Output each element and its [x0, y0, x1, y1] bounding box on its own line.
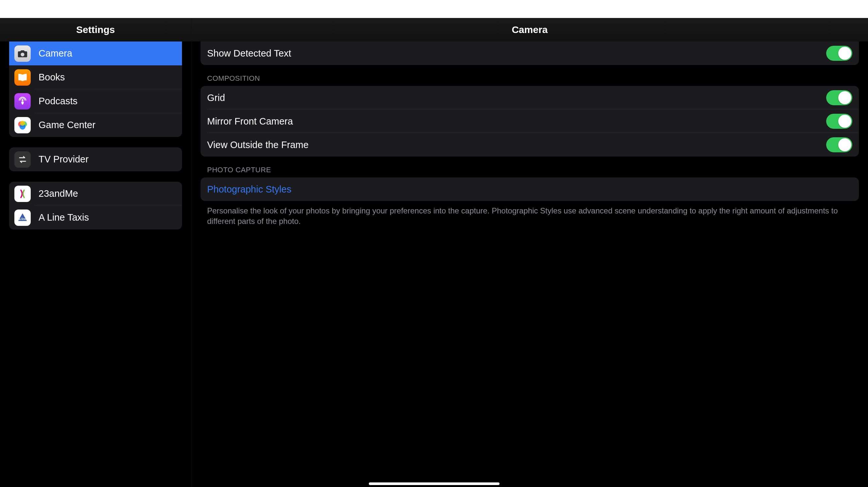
- detail-content: Show Detected Text COMPOSITION Grid Mirr…: [191, 41, 868, 487]
- footer-photographic-styles: Personalise the look of your photos by b…: [200, 201, 859, 227]
- svg-text:a-line: a-line: [19, 217, 26, 220]
- row-label: Show Detected Text: [207, 48, 826, 59]
- sidebar: Settings Camera Books: [0, 18, 191, 487]
- detail-pane: Camera Show Detected Text COMPOSITION Gr…: [191, 18, 868, 487]
- svg-point-4: [20, 121, 25, 125]
- row-mirror-front-camera: Mirror Front Camera: [200, 110, 859, 133]
- row-label: Grid: [207, 92, 826, 103]
- sidebar-item-podcasts[interactable]: Podcasts: [9, 89, 182, 113]
- sidebar-item-books[interactable]: Books: [9, 65, 182, 89]
- sidebar-item-label: A Line Taxis: [38, 212, 89, 223]
- svg-point-0: [22, 99, 24, 101]
- sidebar-item-label: TV Provider: [38, 154, 89, 165]
- toggle-grid[interactable]: [826, 90, 852, 105]
- books-icon: [14, 69, 31, 86]
- sidebar-title: Settings: [0, 18, 191, 41]
- podcasts-icon: [14, 93, 31, 110]
- camera-icon: [14, 45, 31, 62]
- gamecenter-icon: [14, 117, 31, 133]
- detail-title: Camera: [191, 18, 868, 41]
- sidebar-item-alinetaxis[interactable]: a-line A Line Taxis: [9, 206, 182, 230]
- sidebar-group-apps: 23andMe a-line A Line Taxis: [9, 182, 182, 230]
- row-photographic-styles[interactable]: Photographic Styles: [200, 178, 859, 201]
- link-photographic-styles: Photographic Styles: [207, 184, 291, 195]
- sidebar-group-tv: TV Provider: [9, 147, 182, 171]
- tvprovider-icon: [14, 151, 31, 168]
- section-photocapture: Photographic Styles: [200, 178, 859, 201]
- home-indicator[interactable]: [369, 482, 499, 485]
- section-detected-text: Show Detected Text: [200, 41, 859, 65]
- toggle-show-detected-text[interactable]: [826, 46, 852, 61]
- row-label: View Outside the Frame: [207, 140, 826, 150]
- sidebar-item-label: Books: [38, 72, 65, 83]
- alinetaxis-icon: a-line: [14, 210, 31, 226]
- section-header-composition: COMPOSITION: [200, 65, 859, 86]
- sidebar-content: Camera Books Podcasts: [0, 41, 191, 487]
- row-label: Mirror Front Camera: [207, 116, 826, 127]
- row-view-outside-frame: View Outside the Frame: [200, 133, 859, 157]
- sidebar-item-label: 23andMe: [38, 188, 78, 199]
- section-composition: Grid Mirror Front Camera View Outside th…: [200, 86, 859, 157]
- sidebar-item-label: Camera: [38, 48, 72, 59]
- toggle-mirror-front-camera[interactable]: [826, 114, 852, 129]
- sidebar-group-media: Camera Books Podcasts: [9, 41, 182, 137]
- sidebar-item-label: Game Center: [38, 120, 95, 130]
- sidebar-item-label: Podcasts: [38, 96, 78, 106]
- sidebar-item-23andme[interactable]: 23andMe: [9, 182, 182, 206]
- sidebar-item-gamecenter[interactable]: Game Center: [9, 113, 182, 137]
- row-grid: Grid: [200, 86, 859, 110]
- toggle-view-outside-frame[interactable]: [826, 137, 852, 152]
- sidebar-item-camera[interactable]: Camera: [9, 41, 182, 65]
- row-show-detected-text: Show Detected Text: [200, 41, 859, 65]
- section-header-photocapture: PHOTO CAPTURE: [200, 157, 859, 178]
- sidebar-item-tvprovider[interactable]: TV Provider: [9, 147, 182, 171]
- 23andme-icon: [14, 186, 31, 202]
